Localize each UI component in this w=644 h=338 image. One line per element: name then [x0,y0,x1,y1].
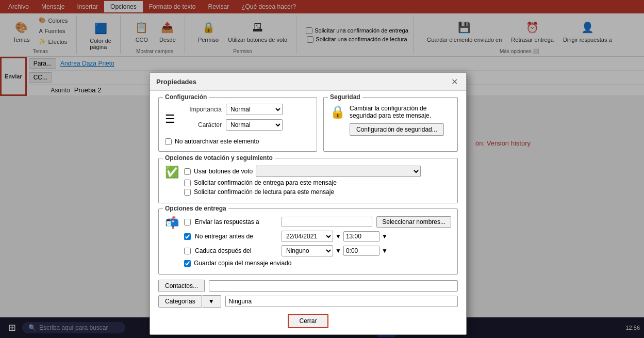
section-votacion: Opciones de votación y seguimiento ✅ Usa… [158,158,458,203]
entrega-icon: 📬 [165,216,179,230]
solicitar-entrega-row: Solicitar confirmación de entrega para e… [184,179,421,186]
caracter-row: Carácter Normal Personal Privado Confide… [180,119,283,131]
dialog-footer: Contactos... [158,280,458,292]
guardar-copia-checkbox[interactable] [184,260,191,267]
votacion-dropdown[interactable] [256,166,421,177]
seguridad-text: Cambiar la configuración de seguridad pa… [350,105,451,136]
caduca-time-arrow: ▼ [382,247,388,254]
top-sections: Configuración ☰ Importancia Normal Baja … [158,97,458,152]
votacion-content: ✅ Usar botones de voto Solicitar confirm… [165,164,451,198]
dialog-titlebar: Propiedades ✕ [150,73,466,91]
categorias-btn-group: Categorías ▼ [158,295,221,308]
categorias-btn[interactable]: Categorías [158,295,202,308]
entrega-rows: Enviar las respuestas a Seleccionar nomb… [184,216,451,269]
section-entrega: Opciones de entrega 📬 Enviar las respues… [158,208,458,275]
enviar-respuestas-checkbox[interactable] [184,219,191,226]
no-entregar-row: No entregar antes de 22/04/2021 ▼ ▼ [184,231,451,242]
config-form: Importancia Normal Baja Alta Carácter No… [180,104,283,135]
caduca-label: Caduca después del [195,247,277,254]
no-autoarchivar-label: No autoarchivar este elemento [175,138,259,145]
enviar-respuestas-row: Enviar las respuestas a Seleccionar nomb… [184,216,451,228]
votacion-title: Opciones de votación y seguimiento [163,154,275,162]
categorias-input[interactable]: Ninguna [225,296,458,307]
seleccionar-nombres-btn[interactable]: Seleccionar nombres... [376,216,451,228]
caduca-dropdown-arrow: ▼ [335,247,341,254]
usar-botones-row: Usar botones de voto [184,166,421,177]
contactos-input[interactable] [209,280,458,292]
seguridad-content: 🔒 Cambiar la configuración de seguridad … [330,105,451,136]
seguridad-title: Seguridad [328,93,362,101]
usar-botones-checkbox[interactable] [184,168,191,175]
close-btn-area: Cerrar [158,314,458,328]
no-entregar-checkbox[interactable] [184,233,191,240]
dialog-body: Configuración ☰ Importancia Normal Baja … [150,91,466,334]
entrega-title: Opciones de entrega [163,205,228,212]
no-entregar-datetime: 22/04/2021 ▼ ▼ [282,231,388,242]
solicitar-entrega-label: Solicitar confirmación de entrega para e… [194,179,337,186]
solicitar-lectura-label: Solicitar confirmación de lectura para e… [194,188,334,196]
solicitar-entrega-checkbox[interactable] [184,180,191,186]
cerrar-btn[interactable]: Cerrar [288,314,328,328]
solicitar-lectura-row: Solicitar confirmación de lectura para e… [184,188,421,196]
caduca-date-select[interactable]: Ninguno [282,245,333,256]
caduca-checkbox[interactable] [184,248,191,254]
entrega-content: 📬 Enviar las respuestas a Seleccionar no… [165,214,451,269]
votacion-checkboxes: Usar botones de voto Solicitar confirmac… [184,166,421,198]
caduca-row: Caduca después del Ninguno ▼ ▼ [184,245,451,256]
enviar-respuestas-label: Enviar las respuestas a [195,218,277,226]
seguridad-description: Cambiar la configuración de seguridad pa… [350,105,451,119]
caduca-datetime: Ninguno ▼ ▼ [282,245,388,256]
categorias-dropdown-btn[interactable]: ▼ [202,295,221,308]
caracter-label: Carácter [180,121,222,128]
dialog-footer-categorias: Categorías ▼ Ninguna [158,295,458,308]
importancia-label: Importancia [180,106,222,113]
importancia-row: Importancia Normal Baja Alta [180,104,283,115]
no-entregar-time-input[interactable] [343,231,379,242]
enviar-respuestas-input[interactable] [282,217,372,227]
no-entregar-label: No entregar antes de [195,233,277,240]
config-icon: ☰ [165,112,175,126]
importancia-select[interactable]: Normal Baja Alta [226,104,283,115]
guardar-copia-row: Guardar copia del mensaje enviado [184,260,451,267]
configuracion-title: Configuración [163,93,209,101]
config-icon-row: ☰ Importancia Normal Baja Alta Carácter [165,104,310,135]
guardar-copia-label: Guardar copia del mensaje enviado [194,260,291,267]
dialog-close-btn[interactable]: ✕ [449,76,460,87]
configuracion-seguridad-btn[interactable]: Configuración de seguridad... [350,123,444,136]
caduca-time-input[interactable] [343,246,379,256]
contactos-btn[interactable]: Contactos... [158,280,205,292]
no-entregar-date-select[interactable]: 22/04/2021 [282,231,333,242]
section-configuracion: Configuración ☰ Importancia Normal Baja … [158,97,317,152]
time-dropdown-arrow: ▼ [382,233,388,240]
usar-botones-label: Usar botones de voto [194,168,253,175]
votacion-icon: ✅ [165,166,179,179]
no-autoarchivar-checkbox[interactable] [165,138,172,145]
date-dropdown-arrow: ▼ [335,233,341,240]
dialog-title: Propiedades [156,78,196,86]
solicitar-lectura-checkbox[interactable] [184,189,191,196]
section-seguridad: Seguridad 🔒 Cambiar la configuración de … [323,97,458,152]
no-autoarchivar-row: No autoarchivar este elemento [165,138,310,145]
security-icon: 🔒 [330,105,345,119]
caracter-select[interactable]: Normal Personal Privado Confidencial [226,119,283,131]
dialog-propiedades: Propiedades ✕ Configuración ☰ Importanci… [150,72,467,335]
